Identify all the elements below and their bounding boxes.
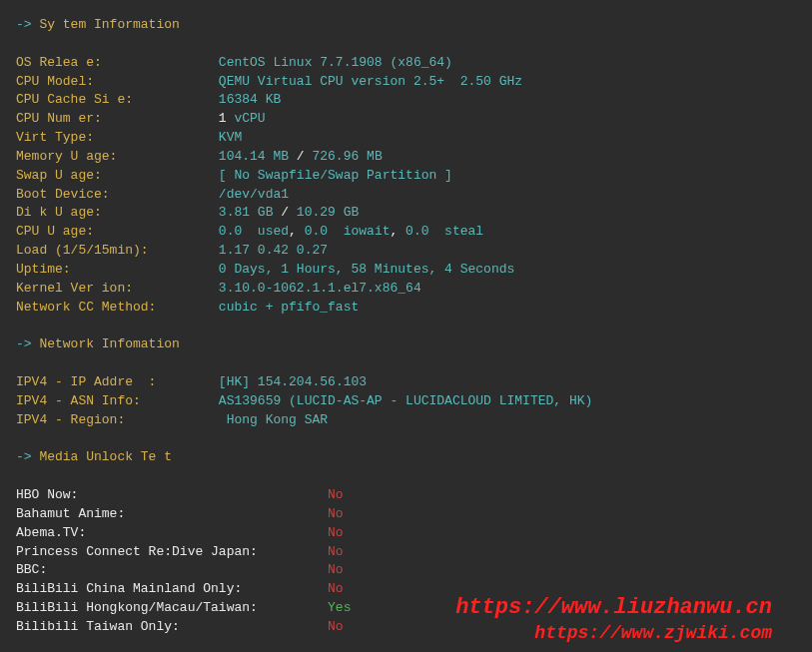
row-netcc: Network CC Method: cubic + pfifo_fast (16, 299, 796, 318)
value: 16384 KB (219, 92, 281, 107)
ip-addr: 154.204.56.103 (250, 374, 367, 389)
mem-used: 104.14 MB (219, 149, 289, 164)
value: No (328, 544, 344, 559)
section-header-network: -> Network Infomation (16, 335, 796, 354)
label: Memory U age: (16, 149, 219, 164)
row-cpu-cache: CPU Cache Si e: 16384 KB (16, 91, 796, 110)
section-title: Network Infomation (39, 336, 179, 351)
row-kernel: Kernel Ver ion: 3.10.0-1062.1.1.el7.x86_… (16, 280, 796, 299)
row-uptime: Uptime: 0 Days, 1 Hours, 58 Minutes, 4 S… (16, 261, 796, 280)
mem-total: 726.96 MB (312, 149, 382, 164)
row-memory: Memory U age: 104.14 MB / 726.96 MB (16, 148, 796, 167)
row-boot-device: Boot Device: /dev/vda1 (16, 186, 796, 205)
t3: steal (429, 224, 484, 239)
label: HBO Now: (16, 487, 328, 502)
v1: 0.0 (219, 224, 242, 239)
label: Network CC Method: (16, 300, 219, 315)
row-swap: Swap U age: [ No Swapfile/Swap Partition… (16, 167, 796, 186)
value: No (328, 562, 344, 577)
section-header-media: -> Media Unlock Te t (16, 448, 796, 467)
value: No (328, 581, 344, 596)
label: Abema.TV: (16, 525, 328, 540)
label: Kernel Ver ion: (16, 281, 219, 296)
row-bili-tw: Bilibili Taiwan Only: No (16, 618, 796, 637)
row-load: Load (1/5/15min): 1.17 0.42 0.27 (16, 242, 796, 261)
label: CPU U age: (16, 224, 219, 239)
row-ip-address: IPV4 - IP Addre : [HK] 154.204.56.103 (16, 373, 796, 392)
blank-line (16, 467, 796, 486)
label: BiliBili Hongkong/Macau/Taiwan: (16, 600, 328, 615)
arrow-icon: -> (16, 336, 39, 351)
disk-total: 10.29 GB (297, 205, 359, 220)
row-abema: Abema.TV: No (16, 524, 796, 543)
value: CentOS Linux 7.7.1908 (x86_64) (219, 55, 452, 70)
row-hbo: HBO Now: No (16, 486, 796, 505)
label: IPV4 - ASN Info: (16, 393, 219, 408)
c2: , (391, 224, 406, 239)
label: Boot Device: (16, 187, 219, 202)
label: BiliBili China Mainland Only: (16, 581, 328, 596)
blank-line (16, 354, 796, 373)
section-header-system: -> Sy tem Information (16, 16, 796, 35)
label: IPV4 - Region: (16, 412, 219, 427)
t2: iowait (328, 224, 390, 239)
value: Yes (328, 600, 351, 615)
disk-sep: / (273, 205, 296, 220)
row-cpu-num: CPU Num er: 1 vCPU (16, 110, 796, 129)
label: Load (1/5/15min): (16, 243, 219, 258)
value-unit: vCPU (227, 111, 266, 126)
row-region: IPV4 - Region: Hong Kong SAR (16, 411, 796, 430)
blank-line (16, 35, 796, 54)
label: Uptime: (16, 262, 219, 277)
value: QEMU Virtual CPU version 2.5+ 2.50 GHz (219, 74, 522, 89)
value-count: 1 (219, 111, 227, 126)
row-bili-cn: BiliBili China Mainland Only: No (16, 580, 796, 599)
mem-sep: / (289, 149, 312, 164)
label: CPU Model: (16, 74, 219, 89)
label: IPV4 - IP Addre : (16, 374, 219, 389)
value: 1.17 0.42 0.27 (219, 243, 328, 258)
label: Bahamut Anime: (16, 506, 328, 521)
label: Princess Connect Re:Dive Japan: (16, 544, 328, 559)
c1: , (289, 224, 305, 239)
label: OS Relea e: (16, 55, 219, 70)
label: Virt Type: (16, 130, 219, 145)
section-title: Media Unlock Te t (39, 449, 172, 464)
row-priconne: Princess Connect Re:Dive Japan: No (16, 543, 796, 562)
row-disk: Di k U age: 3.81 GB / 10.29 GB (16, 204, 796, 223)
row-bahamut: Bahamut Anime: No (16, 505, 796, 524)
arrow-icon: -> (16, 17, 39, 32)
value: cubic + pfifo_fast (219, 300, 359, 315)
value: KVM (219, 130, 242, 145)
row-cpu-usage: CPU U age: 0.0 used, 0.0 iowait, 0.0 ste… (16, 223, 796, 242)
row-bili-hk: BiliBili Hongkong/Macau/Taiwan: Yes (16, 599, 796, 618)
label: BBC: (16, 562, 328, 577)
value: 3.10.0-1062.1.1.el7.x86_64 (219, 281, 421, 296)
row-virt-type: Virt Type: KVM (16, 129, 796, 148)
label: Bilibili Taiwan Only: (16, 619, 328, 634)
label: Swap U age: (16, 168, 219, 183)
value: [ No Swapfile/Swap Partition ] (219, 168, 452, 183)
row-asn: IPV4 - ASN Info: AS139659 (LUCID-AS-AP -… (16, 392, 796, 411)
section-title: Sy tem Information (39, 17, 179, 32)
value: No (328, 619, 344, 634)
t1: used (242, 224, 289, 239)
value: AS139659 (LUCID-AS-AP - LUCIDACLOUD LIMI… (219, 393, 592, 408)
value: No (328, 487, 344, 502)
label: Di k U age: (16, 205, 219, 220)
row-os-release: OS Relea e: CentOS Linux 7.7.1908 (x86_6… (16, 54, 796, 73)
blank-line (16, 318, 796, 336)
value: /dev/vda1 (219, 187, 289, 202)
blank-line (16, 430, 796, 449)
disk-used: 3.81 GB (219, 205, 274, 220)
label: CPU Cache Si e: (16, 92, 219, 107)
value: Hong Kong SAR (219, 412, 328, 427)
v3: 0.0 (406, 224, 428, 239)
value: No (328, 525, 344, 540)
label: CPU Num er: (16, 111, 219, 126)
ip-region: [HK] (219, 374, 250, 389)
arrow-icon: -> (16, 449, 39, 464)
value: No (328, 506, 344, 521)
row-bbc: BBC: No (16, 561, 796, 580)
v2: 0.0 (305, 224, 328, 239)
